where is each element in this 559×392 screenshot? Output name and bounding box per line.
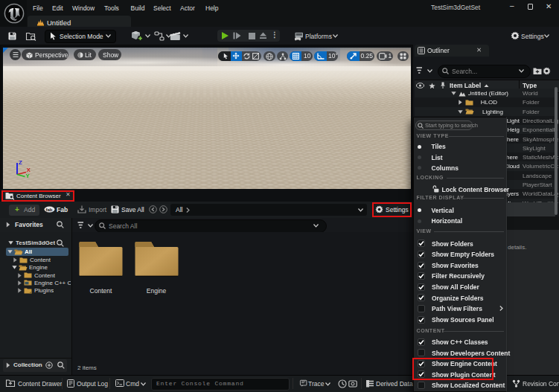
svg-text:Z: Z	[19, 159, 22, 166]
svg-text:Y: Y	[26, 173, 31, 179]
svg-text:fab: fab	[46, 208, 53, 212]
